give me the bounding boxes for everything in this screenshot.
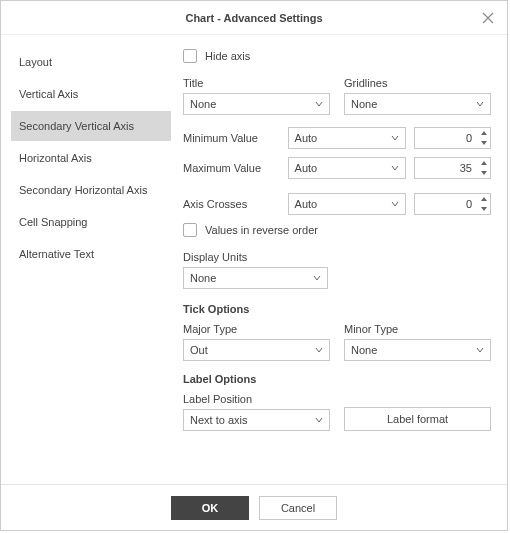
max-value-spinner[interactable]: 35	[414, 157, 491, 179]
gridlines-select-value: None	[351, 98, 377, 110]
spinner-down-icon[interactable]	[478, 168, 490, 178]
gridlines-label: Gridlines	[344, 77, 491, 89]
title-label: Title	[183, 77, 330, 89]
sidebar-item-secondary-horizontal-axis[interactable]: Secondary Horizontal Axis	[11, 175, 171, 205]
chevron-down-icon	[313, 274, 321, 282]
chevron-down-icon	[391, 164, 399, 172]
display-units-label: Display Units	[183, 251, 491, 263]
title-select[interactable]: None	[183, 93, 330, 115]
hide-axis-checkbox[interactable]	[183, 49, 197, 63]
sidebar-item-cell-snapping[interactable]: Cell Snapping	[11, 207, 171, 237]
sidebar-item-layout[interactable]: Layout	[11, 47, 171, 77]
gridlines-select[interactable]: None	[344, 93, 491, 115]
max-value-label: Maximum Value	[183, 162, 280, 174]
sidebar-item-label: Cell Snapping	[19, 216, 88, 228]
label-position-label: Label Position	[183, 393, 330, 405]
sidebar-item-label: Alternative Text	[19, 248, 94, 260]
sidebar-item-secondary-vertical-axis[interactable]: Secondary Vertical Axis	[11, 111, 171, 141]
chevron-down-icon	[315, 346, 323, 354]
sidebar-item-label: Secondary Horizontal Axis	[19, 184, 147, 196]
max-value: 35	[415, 162, 478, 174]
minor-type-label: Minor Type	[344, 323, 491, 335]
label-format-button[interactable]: Label format	[344, 407, 491, 431]
sidebar: Layout Vertical Axis Secondary Vertical …	[1, 35, 171, 484]
sidebar-item-horizontal-axis[interactable]: Horizontal Axis	[11, 143, 171, 173]
label-position-value: Next to axis	[190, 414, 247, 426]
reverse-order-checkbox[interactable]	[183, 223, 197, 237]
axis-crosses-value: 0	[415, 198, 478, 210]
reverse-order-label: Values in reverse order	[205, 224, 318, 236]
spinner-up-icon[interactable]	[478, 194, 490, 204]
axis-crosses-mode-select[interactable]: Auto	[288, 193, 406, 215]
min-value-label: Minimum Value	[183, 132, 280, 144]
major-type-select[interactable]: Out	[183, 339, 330, 361]
title-select-value: None	[190, 98, 216, 110]
major-type-value: Out	[190, 344, 208, 356]
label-format-button-text: Label format	[387, 413, 448, 425]
min-value-spinner[interactable]: 0	[414, 127, 491, 149]
label-options-heading: Label Options	[183, 373, 491, 385]
titlebar: Chart - Advanced Settings	[1, 1, 507, 35]
ok-button[interactable]: OK	[171, 496, 249, 520]
dialog-footer: OK Cancel	[1, 484, 507, 530]
dialog-title: Chart - Advanced Settings	[185, 12, 322, 24]
axis-crosses-mode: Auto	[295, 198, 318, 210]
dialog: Chart - Advanced Settings Layout Vertica…	[0, 0, 508, 531]
spinner-down-icon[interactable]	[478, 204, 490, 214]
minor-type-value: None	[351, 344, 377, 356]
dialog-body: Layout Vertical Axis Secondary Vertical …	[1, 35, 507, 484]
tick-options-heading: Tick Options	[183, 303, 491, 315]
axis-crosses-label: Axis Crosses	[183, 198, 280, 210]
reverse-order-row: Values in reverse order	[183, 223, 491, 237]
sidebar-item-label: Vertical Axis	[19, 88, 78, 100]
chevron-down-icon	[476, 346, 484, 354]
min-value: 0	[415, 132, 478, 144]
content-pane: Hide axis Title None Gridlines None	[171, 35, 507, 484]
chevron-down-icon	[391, 200, 399, 208]
cancel-button[interactable]: Cancel	[259, 496, 337, 520]
min-value-mode-select[interactable]: Auto	[288, 127, 406, 149]
major-type-label: Major Type	[183, 323, 330, 335]
sidebar-item-vertical-axis[interactable]: Vertical Axis	[11, 79, 171, 109]
max-value-mode-select[interactable]: Auto	[288, 157, 406, 179]
display-units-value: None	[190, 272, 216, 284]
ok-button-text: OK	[202, 502, 219, 514]
close-icon[interactable]	[479, 9, 497, 27]
sidebar-item-label: Horizontal Axis	[19, 152, 92, 164]
max-value-mode: Auto	[295, 162, 318, 174]
spinner-up-icon[interactable]	[478, 128, 490, 138]
min-value-mode: Auto	[295, 132, 318, 144]
axis-crosses-spinner[interactable]: 0	[414, 193, 491, 215]
label-position-select[interactable]: Next to axis	[183, 409, 330, 431]
hide-axis-checkbox-row: Hide axis	[183, 49, 491, 63]
minor-type-select[interactable]: None	[344, 339, 491, 361]
sidebar-item-alternative-text[interactable]: Alternative Text	[11, 239, 171, 269]
chevron-down-icon	[315, 100, 323, 108]
sidebar-item-label: Secondary Vertical Axis	[19, 120, 134, 132]
hide-axis-label: Hide axis	[205, 50, 250, 62]
chevron-down-icon	[315, 416, 323, 424]
spinner-up-icon[interactable]	[478, 158, 490, 168]
cancel-button-text: Cancel	[281, 502, 315, 514]
spinner-down-icon[interactable]	[478, 138, 490, 148]
display-units-select[interactable]: None	[183, 267, 328, 289]
chevron-down-icon	[391, 134, 399, 142]
sidebar-item-label: Layout	[19, 56, 52, 68]
chevron-down-icon	[476, 100, 484, 108]
